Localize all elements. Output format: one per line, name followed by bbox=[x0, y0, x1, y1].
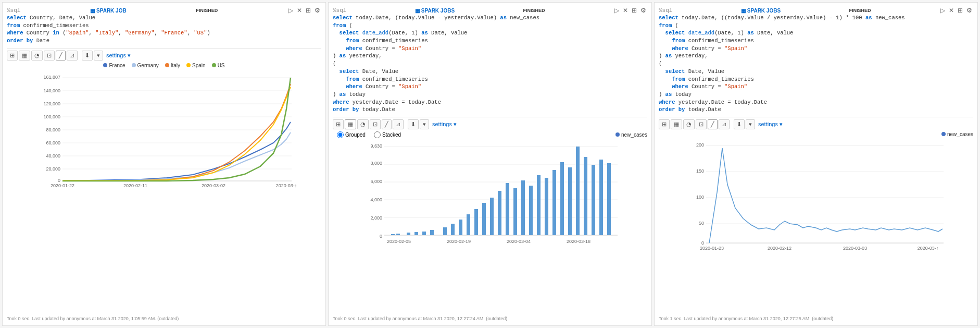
area-view-btn-2[interactable]: ⊿ bbox=[393, 119, 404, 129]
settings-ctrl-btn-2[interactable]: ⚙ bbox=[639, 7, 647, 14]
bar-2-27 bbox=[599, 160, 603, 235]
bar-2-9 bbox=[459, 220, 462, 235]
legend-germany: Germany bbox=[132, 63, 159, 68]
bar-2-24 bbox=[576, 147, 580, 235]
bar-2-23 bbox=[568, 167, 572, 235]
bar-view-btn-1[interactable]: ▦ bbox=[19, 51, 30, 60]
download-btn-1[interactable]: ⬇ bbox=[82, 51, 93, 60]
panel-2: %sql ▦ SPARK JOBS FINISHED ▷ ✕ ⊞ ⚙ selec… bbox=[328, 2, 652, 326]
legend-label-2: new_cases bbox=[621, 132, 647, 138]
chart-area-1: 161,807 140,000 120,000 100,000 80,000 6… bbox=[7, 72, 321, 314]
y2-4: 2,000 bbox=[370, 215, 382, 221]
table-view-btn-1[interactable]: ⊞ bbox=[7, 51, 18, 60]
run-btn-2[interactable]: ▷ bbox=[613, 7, 620, 14]
settings-btn-2[interactable]: settings ▾ bbox=[432, 121, 457, 128]
scatter-view-btn-2[interactable]: ⊡ bbox=[370, 119, 381, 129]
settings-btn-3[interactable]: settings ▾ bbox=[758, 121, 783, 128]
bar-2-4 bbox=[414, 232, 418, 235]
table-view-btn-3[interactable]: ⊞ bbox=[659, 119, 670, 129]
sql-prefix-2: %sql bbox=[333, 7, 346, 14]
y-label-8: 0 bbox=[58, 178, 60, 183]
legend-france: France bbox=[103, 63, 125, 68]
download-btn-2[interactable]: ⬇ bbox=[408, 119, 419, 129]
panel-1-header: %sql ▦ SPARK JOB FINISHED ▷ ✕ ⊞ ⚙ bbox=[7, 7, 321, 14]
line-chart-3: 200 150 100 50 0 2020-01-23 2020-02-12 2… bbox=[659, 140, 973, 250]
area-view-btn-1[interactable]: ⊿ bbox=[67, 51, 78, 60]
download-arrow-btn-2[interactable]: ▾ bbox=[420, 119, 429, 129]
run-btn-1[interactable]: ▷ bbox=[287, 7, 294, 14]
y3-4: 0 bbox=[701, 240, 704, 246]
expand-btn-3[interactable]: ⊞ bbox=[957, 7, 964, 14]
x3-3: 2020-03-03 bbox=[843, 246, 867, 251]
x2-2: 2020-02-19 bbox=[447, 239, 471, 244]
spark-label-3: ▦ SPARK JOBS bbox=[741, 8, 781, 14]
x3-4: 2020-03-↑ bbox=[918, 246, 939, 251]
grouped-radio-label[interactable]: Grouped bbox=[337, 131, 366, 138]
settings-ctrl-btn-1[interactable]: ⚙ bbox=[313, 7, 321, 14]
download-btn-3[interactable]: ⬇ bbox=[734, 119, 745, 129]
legend-dot-2 bbox=[615, 132, 620, 137]
chart-area-3: 200 150 100 50 0 2020-01-23 2020-02-12 2… bbox=[659, 140, 973, 314]
line-view-btn-1[interactable]: ╱ bbox=[56, 51, 66, 60]
y-label-7: 20,000 bbox=[46, 166, 60, 172]
x3-2: 2020-02-12 bbox=[768, 246, 791, 251]
pie-view-btn-1[interactable]: ◔ bbox=[31, 51, 43, 60]
legend-2: new_cases bbox=[615, 132, 647, 138]
bar-view-btn-3[interactable]: ▦ bbox=[671, 119, 682, 129]
line-view-btn-3[interactable]: ╱ bbox=[708, 119, 718, 129]
y-label-top-1: 161,807 bbox=[43, 75, 60, 80]
grouped-radio[interactable] bbox=[337, 131, 344, 138]
x3-1: 2020-01-23 bbox=[700, 246, 724, 251]
area-view-btn-3[interactable]: ⊿ bbox=[719, 119, 730, 129]
stop-btn-1[interactable]: ✕ bbox=[296, 7, 303, 14]
bar-2-13 bbox=[490, 198, 494, 235]
y2-1: 8,000 bbox=[370, 161, 382, 166]
code-block-1: select Country, Date, Value from confirm… bbox=[7, 14, 321, 45]
footer-1: Took 0 sec. Last updated by anonymous at… bbox=[7, 316, 321, 321]
bar-2-11 bbox=[474, 209, 478, 235]
bar-2-25 bbox=[584, 157, 587, 235]
spark-controls-1: ▷ ✕ ⊞ ⚙ bbox=[287, 7, 321, 14]
y3-2: 100 bbox=[696, 195, 704, 200]
stacked-label: Stacked bbox=[382, 132, 401, 138]
x-label-1-2: 2020-02-11 bbox=[123, 183, 147, 188]
pie-view-btn-2[interactable]: ◔ bbox=[357, 119, 369, 129]
line-view-btn-2[interactable]: ╱ bbox=[382, 119, 392, 129]
x2-4: 2020-03-18 bbox=[567, 239, 590, 244]
run-btn-3[interactable]: ▷ bbox=[939, 7, 946, 14]
table-view-btn-2[interactable]: ⊞ bbox=[333, 119, 344, 129]
stop-btn-2[interactable]: ✕ bbox=[622, 7, 629, 14]
bar-view-btn-2[interactable]: ▦ bbox=[345, 119, 356, 129]
expand-btn-1[interactable]: ⊞ bbox=[305, 7, 312, 14]
finished-badge-1: FINISHED bbox=[196, 8, 218, 13]
chart-area-2: 9,630 8,000 6,000 4,000 2,000 0 bbox=[333, 141, 647, 314]
settings-ctrl-btn-3[interactable]: ⚙ bbox=[965, 7, 973, 14]
bar-chart-2: 9,630 8,000 6,000 4,000 2,000 0 bbox=[333, 141, 647, 246]
bar-2-10 bbox=[467, 214, 470, 235]
scatter-view-btn-3[interactable]: ⊡ bbox=[696, 119, 707, 129]
legend-3: new_cases bbox=[941, 131, 973, 137]
spark-icon-2: ▦ bbox=[415, 8, 420, 14]
bar-2-3 bbox=[407, 233, 410, 235]
legend-label-germany: Germany bbox=[137, 63, 159, 68]
y3-1: 150 bbox=[696, 168, 704, 174]
bar-2-28 bbox=[607, 163, 611, 235]
pie-view-btn-3[interactable]: ◔ bbox=[683, 119, 695, 129]
x-label-1-3: 2020-03-02 bbox=[202, 183, 225, 188]
chart-mode-controls: Grouped Stacked bbox=[337, 131, 401, 138]
y-label-2: 120,000 bbox=[43, 101, 60, 106]
stacked-radio-label[interactable]: Stacked bbox=[374, 131, 401, 138]
panel-2-header: %sql ▦ SPARK JOBS FINISHED ▷ ✕ ⊞ ⚙ bbox=[333, 7, 647, 14]
download-arrow-btn-1[interactable]: ▾ bbox=[94, 51, 103, 60]
legend-new-cases-3: new_cases bbox=[941, 131, 973, 137]
y2-5: 0 bbox=[380, 234, 382, 239]
settings-btn-1[interactable]: settings ▾ bbox=[106, 52, 131, 59]
scatter-view-btn-1[interactable]: ⊡ bbox=[44, 51, 55, 60]
stop-btn-3[interactable]: ✕ bbox=[948, 7, 955, 14]
stacked-radio[interactable] bbox=[374, 131, 381, 138]
x2-3: 2020-03-04 bbox=[507, 239, 531, 244]
x-label-1-4: 2020-03-↑ bbox=[276, 183, 297, 188]
expand-btn-2[interactable]: ⊞ bbox=[631, 7, 638, 14]
spark-label-1: ▦ SPARK JOB bbox=[90, 8, 127, 14]
download-arrow-btn-3[interactable]: ▾ bbox=[746, 119, 755, 129]
